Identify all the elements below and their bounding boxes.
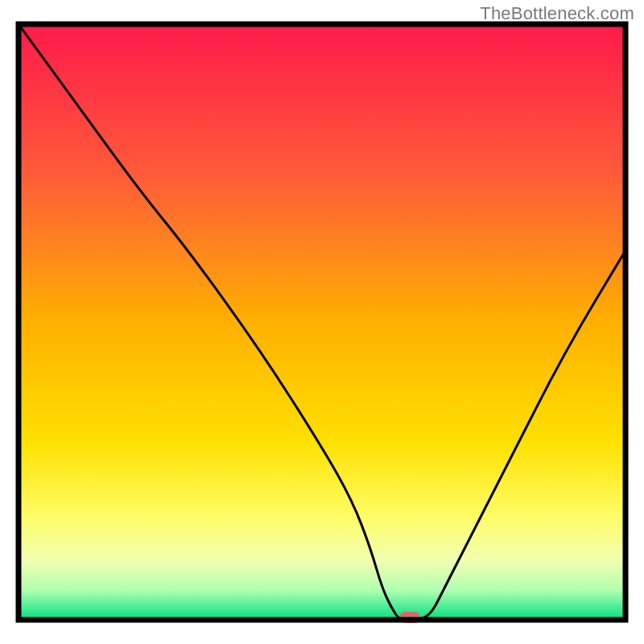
chart-svg [0,0,644,644]
watermark-text: TheBottleneck.com [480,3,634,24]
gradient-background [19,24,625,620]
bottleneck-chart: TheBottleneck.com [0,0,644,644]
